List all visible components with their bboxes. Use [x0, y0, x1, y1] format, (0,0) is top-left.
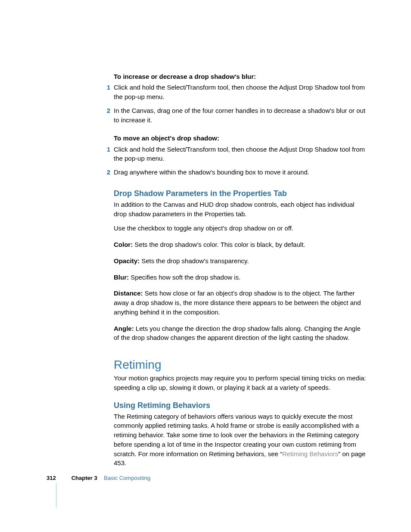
param-desc: Sets the drop shadow's transparency. [140, 257, 249, 264]
page-footer: 312 Chapter 3 Basic Compositing [47, 475, 150, 481]
param-item: Blur: Specifies how soft the drop shadow… [114, 273, 367, 282]
param-item: Color: Sets the drop shadow's color. Thi… [114, 240, 367, 249]
param-name: Opacity: [114, 257, 140, 264]
section-heading: Drop Shadow Parameters in the Properties… [114, 189, 367, 198]
paragraph: The Retiming category of behaviors offer… [114, 412, 367, 468]
param-name: Distance: [114, 289, 143, 297]
chapter-info: Chapter 3 Basic Compositing [72, 475, 150, 481]
chapter-label: Chapter 3 [72, 475, 97, 481]
page-number: 312 [47, 475, 56, 481]
step-text: Drag anywhere within the shadow's boundi… [114, 168, 367, 177]
chapter-title: Basic Compositing [104, 475, 150, 481]
section-heading-major: Retiming [114, 358, 367, 372]
task-title: To increase or decrease a drop shadow's … [114, 72, 367, 81]
param-desc: Specifies how soft the drop shadow is. [129, 274, 240, 281]
cross-ref-link[interactable]: Retiming Behaviors [282, 450, 338, 457]
param-desc: Sets the drop shadow's color. This color… [133, 241, 305, 248]
param-desc: Lets you change the direction the drop s… [114, 325, 361, 342]
step-number: 1 [104, 145, 110, 164]
step: 2 Drag anywhere within the shadow's boun… [114, 168, 367, 177]
document-page: To increase or decrease a drop shadow's … [0, 0, 411, 532]
paragraph: In addition to the Canvas and HUD drop s… [114, 200, 367, 219]
task-block: To increase or decrease a drop shadow's … [114, 72, 367, 124]
step-text: Click and hold the Select/Transform tool… [114, 145, 367, 164]
step-number: 2 [104, 168, 110, 177]
task-block: To move an object's drop shadow: 1 Click… [114, 134, 367, 177]
step-number: 2 [104, 106, 110, 125]
param-item: Angle: Lets you change the direction the… [114, 324, 367, 343]
task-title: To move an object's drop shadow: [114, 134, 367, 143]
param-item: Distance: Sets how close or far an objec… [114, 289, 367, 317]
param-name: Angle: [114, 325, 134, 332]
section-heading: Using Retiming Behaviors [114, 401, 367, 410]
param-name: Blur: [114, 274, 129, 281]
step: 1 Click and hold the Select/Transform to… [114, 83, 367, 102]
step-number: 1 [104, 83, 110, 102]
step: 2 In the Canvas, drag one of the four co… [114, 106, 367, 125]
param-name: Color: [114, 241, 133, 248]
paragraph: Use the checkbox to toggle any object's … [114, 224, 367, 233]
param-item: Opacity: Sets the drop shadow's transpar… [114, 256, 367, 266]
step-text: Click and hold the Select/Transform tool… [114, 83, 367, 102]
content-column: To increase or decrease a drop shadow's … [114, 72, 367, 475]
step: 1 Click and hold the Select/Transform to… [114, 145, 367, 164]
param-desc: Sets how close or far an object's drop s… [114, 289, 361, 316]
footer-divider [56, 483, 56, 507]
paragraph: Your motion graphics projects may requir… [114, 373, 367, 392]
step-text: In the Canvas, drag one of the four corn… [114, 106, 367, 125]
